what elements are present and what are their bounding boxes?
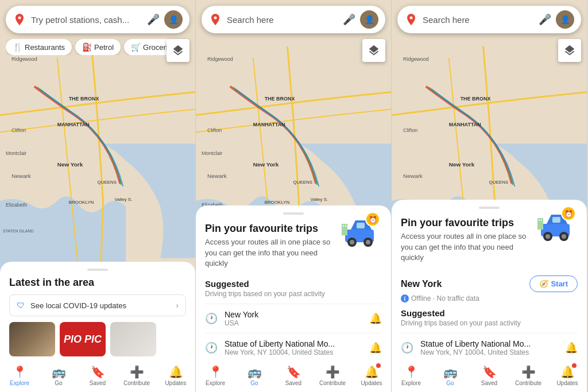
trip-sheet-2: Pin your favourite trips Access your rou… [196, 220, 391, 362]
nav-explore-3[interactable]: 📍 Explore [396, 365, 426, 386]
nav-go-3[interactable]: 🚌 Go [435, 365, 465, 386]
nav-contribute-2[interactable]: ➕ Contribute [318, 365, 347, 386]
trip-name-ny: New York [225, 310, 362, 319]
nav-saved-2[interactable]: 🔖 Saved [278, 365, 308, 386]
ny-offline-text: Offline · No traffic data [411, 294, 479, 302]
go-icon-1: 🚌 [52, 365, 66, 379]
ny-name: New York [401, 279, 442, 289]
car-illustration-2: ⏰ [341, 220, 382, 254]
svg-text:STATEN ISLAND: STATEN ISLAND [3, 229, 34, 233]
svg-text:Clifton: Clifton [207, 127, 222, 133]
nav-updates-1[interactable]: 🔔 Updates [161, 365, 191, 386]
svg-text:MANHATTAN: MANHATTAN [253, 122, 285, 127]
drag-handle-1[interactable] [87, 269, 108, 271]
svg-point-55 [546, 234, 550, 239]
search-bar-1[interactable]: Try petrol stations, cash... 🎤 👤 [6, 6, 189, 33]
user-avatar-1[interactable]: 👤 [164, 10, 183, 29]
nav-saved-3[interactable]: 🔖 Saved [474, 365, 504, 386]
pin-button-liberty-3[interactable]: 🔔 [565, 341, 578, 354]
layer-button-2[interactable] [362, 39, 385, 62]
layer-button-3[interactable] [558, 39, 581, 62]
trip-sub-liberty-3: New York, NY 10004, United States [420, 348, 558, 356]
saved-label-1: Saved [90, 380, 106, 386]
search-bar-2[interactable]: Search here 🎤 👤 [202, 6, 385, 33]
svg-text:Montclair: Montclair [6, 150, 26, 156]
covid-text: See local COVID-19 updates [30, 301, 176, 310]
pill-petrol[interactable]: ⛽ Petrol [75, 39, 121, 55]
updates-label-2: Updates [361, 380, 382, 386]
svg-point-51 [410, 17, 413, 20]
mic-icon-1[interactable]: 🎤 [147, 13, 160, 26]
user-avatar-3[interactable]: 👤 [556, 10, 574, 29]
nav-updates-3[interactable]: 🔔 Updates [552, 365, 582, 386]
nav-go-1[interactable]: 🚌 Go [44, 365, 74, 386]
svg-point-34 [366, 240, 370, 244]
pin-button-liberty[interactable]: 🔔 [369, 341, 382, 354]
drag-handle-2[interactable] [283, 212, 304, 215]
nav-go-2[interactable]: 🚌 Go [239, 365, 269, 386]
updates-icon-1: 🔔 [169, 365, 183, 379]
trip-item-liberty-2[interactable]: 🕐 Statue of Liberty National Mo... New Y… [205, 333, 382, 362]
explore-icon-1: 📍 [13, 365, 27, 379]
saved-label-3: Saved [481, 380, 497, 386]
nav-contribute-1[interactable]: ➕ Contribute [122, 365, 152, 386]
go-icon-3: 🚌 [443, 365, 458, 379]
pin-button-ny[interactable]: 🔔 [369, 312, 382, 325]
svg-rect-61 [539, 219, 540, 221]
nav-contribute-3[interactable]: ➕ Contribute [513, 365, 543, 386]
trip-item-liberty-3[interactable]: 🕐 Statue of Liberty National Mo... New Y… [401, 333, 578, 362]
pill-restaurants[interactable]: 🍴 Restaurants [6, 39, 72, 55]
drag-handle-3[interactable] [479, 207, 500, 209]
search-placeholder-1: Try petrol stations, cash... [31, 15, 142, 25]
search-bar-3[interactable]: Search here 🎤 👤 [397, 6, 581, 33]
bottom-content-1: Latest in the area 🛡 See local COVID-19 … [0, 262, 195, 362]
nav-updates-2[interactable]: 🔔 Updates [357, 365, 386, 386]
svg-text:Newark: Newark [207, 173, 227, 179]
svg-text:Clifton: Clifton [11, 127, 26, 133]
svg-text:Ridgewood: Ridgewood [403, 56, 429, 62]
clock-icon-liberty-3: 🕐 [401, 341, 413, 354]
google-maps-logo-1 [13, 13, 26, 26]
user-avatar-2[interactable]: 👤 [360, 10, 378, 29]
go-label-3: Go [446, 380, 454, 386]
svg-point-32 [350, 240, 354, 244]
svg-text:⏰: ⏰ [369, 220, 377, 224]
start-button[interactable]: 🧭 Start [529, 275, 578, 292]
svg-rect-39 [345, 225, 346, 227]
pin-title-2: Pin your favourite trips [205, 223, 336, 235]
svg-text:Valley S.: Valley S. [310, 197, 328, 202]
svg-text:New York: New York [57, 161, 83, 168]
svg-point-57 [562, 234, 566, 239]
thumbnail-1 [9, 322, 55, 356]
bottom-nav-2: 📍 Explore 🚌 Go 🔖 Saved ➕ Contribute 🔔 Up… [196, 361, 391, 392]
nav-explore-2[interactable]: 📍 Explore [200, 365, 230, 386]
mic-icon-2[interactable]: 🎤 [343, 13, 355, 26]
trip-info-ny: New York USA [225, 310, 362, 327]
svg-text:THE BRONX: THE BRONX [265, 96, 295, 102]
updates-label-3: Updates [556, 380, 578, 386]
covid-row[interactable]: 🛡 See local COVID-19 updates › [9, 294, 186, 316]
svg-text:BROOKLYN: BROOKLYN [69, 200, 94, 205]
layer-button-1[interactable] [167, 39, 189, 62]
nav-explore-1[interactable]: 📍 Explore [5, 365, 34, 386]
latest-title: Latest in the area [9, 277, 186, 289]
trip-info-liberty-3: Statue of Liberty National Mo... New Yor… [420, 339, 558, 356]
trip-name-liberty: Statue of Liberty National Mo... [225, 339, 362, 348]
svg-rect-30 [357, 223, 365, 228]
explore-label-1: Explore [10, 380, 29, 386]
clock-icon-liberty: 🕐 [205, 341, 218, 354]
contribute-icon-3: ➕ [521, 365, 536, 379]
trip-name-liberty-3: Statue of Liberty National Mo... [420, 339, 558, 348]
svg-text:Newark: Newark [11, 173, 31, 179]
svg-text:Ridgewood: Ridgewood [11, 56, 37, 62]
trip-item-ny-2[interactable]: 🕐 New York USA 🔔 [205, 304, 382, 333]
updates-badge-3 [572, 363, 577, 368]
svg-point-14 [18, 17, 21, 20]
pin-title-3: Pin your favourite trips [401, 217, 532, 229]
svg-point-28 [214, 17, 217, 20]
nav-saved-1[interactable]: 🔖 Saved [83, 365, 113, 386]
mic-icon-3[interactable]: 🎤 [539, 13, 551, 26]
svg-text:Montclair: Montclair [202, 150, 222, 156]
svg-text:MANHATTAN: MANHATTAN [449, 122, 481, 127]
suggested-sub-2: Driving trips based on your past activit… [205, 290, 382, 298]
